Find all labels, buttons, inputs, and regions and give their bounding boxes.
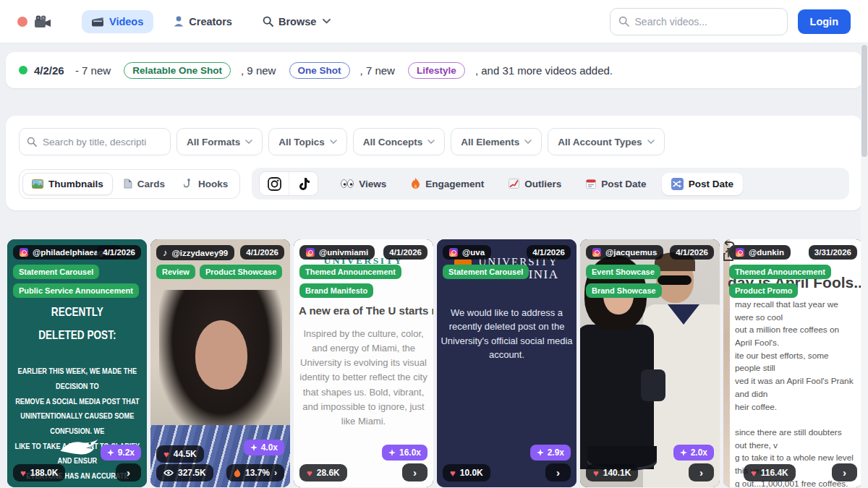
sort-by-post-date-shuffle[interactable]: Post Date bbox=[662, 173, 743, 195]
format-tag[interactable]: Event Showcase bbox=[586, 265, 660, 279]
chevron-down-icon bbox=[427, 140, 435, 144]
fire-icon bbox=[234, 468, 241, 478]
thumbnail-art bbox=[641, 369, 665, 401]
sort-label: Post Date bbox=[601, 179, 646, 189]
logo-dot-icon bbox=[17, 17, 27, 27]
format-tag[interactable]: Brand Showcase bbox=[586, 283, 662, 298]
engagement-badge[interactable]: 13.7% › bbox=[226, 464, 284, 481]
chevron-down-icon bbox=[647, 140, 655, 144]
account-handle-badge[interactable]: @uva bbox=[443, 245, 491, 260]
multiplier-value: 16.0x bbox=[399, 448, 421, 458]
account-handle-badge[interactable]: @univmiami bbox=[299, 245, 375, 260]
nav-tab-browse[interactable]: Browse bbox=[252, 10, 341, 33]
format-tag[interactable]: Public Service Announcement bbox=[13, 283, 139, 298]
vertical-scrollbar[interactable] bbox=[861, 43, 868, 488]
view-mode-label: Cards bbox=[137, 179, 165, 189]
dropdown-label: All Concepts bbox=[363, 137, 423, 147]
format-pill-one-shot[interactable]: One Shot bbox=[289, 62, 350, 79]
video-card[interactable]: ♪ @izzydavey99 4/1/2026 Review Product S… bbox=[150, 239, 290, 487]
account-handle-badge[interactable]: @jacquemus bbox=[586, 245, 663, 260]
video-card[interactable]: ADDRESSING A RECENTLY DELETED POST: EARL… bbox=[7, 239, 147, 487]
format-tag[interactable]: Themed Announcement bbox=[299, 265, 401, 279]
dropdown-all-concepts[interactable]: All Concepts bbox=[353, 128, 446, 155]
sort-by-views[interactable]: Views bbox=[331, 174, 396, 194]
expand-card-button[interactable]: › bbox=[116, 463, 141, 481]
expand-card-button[interactable]: › bbox=[545, 463, 571, 481]
view-mode-hooks[interactable]: Hooks bbox=[175, 173, 237, 195]
post-date-badge: 4/1/2026 bbox=[97, 245, 141, 260]
sort-toolbar: Views Engagement Outliers Post Date bbox=[252, 168, 849, 200]
account-handle: @jacquemus bbox=[605, 248, 657, 257]
likes-badge: ♥ 140.1K bbox=[586, 464, 638, 481]
format-tag[interactable]: Product Promo bbox=[729, 283, 798, 298]
tiktok-filter-button[interactable] bbox=[289, 172, 318, 195]
thumbnail-body-text: may recall that last year we were so coo… bbox=[735, 299, 854, 487]
scrollbar-thumb[interactable] bbox=[861, 45, 867, 157]
post-date-badge: 4/1/2026 bbox=[670, 245, 714, 260]
video-card[interactable]: UNIVERSITY A new era of The U starts now… bbox=[294, 239, 433, 487]
post-date-badge: 3/31/2026 bbox=[809, 245, 857, 260]
new-updates-dot-icon bbox=[19, 66, 27, 74]
video-card[interactable]: day is April Fools... may recall that la… bbox=[723, 239, 863, 487]
heart-icon: ♥ bbox=[163, 450, 169, 459]
dropdown-all-account-types[interactable]: All Account Types bbox=[548, 128, 664, 155]
nav-tab-videos[interactable]: Videos bbox=[82, 10, 153, 33]
eye-icon bbox=[163, 469, 174, 476]
instagram-filter-button[interactable] bbox=[260, 172, 289, 195]
update-text: - 7 new bbox=[72, 64, 114, 77]
account-handle-badge[interactable]: @dunkin bbox=[729, 245, 791, 260]
login-button[interactable]: Login bbox=[798, 9, 851, 34]
shuffle-icon bbox=[671, 178, 684, 190]
format-tag[interactable]: Statement Carousel bbox=[13, 265, 99, 279]
undo-icon[interactable] bbox=[723, 239, 735, 249]
format-pill-relatable-one-shot[interactable]: Relatable One Shot bbox=[124, 62, 231, 79]
dropdown-all-formats[interactable]: All Formats bbox=[176, 128, 263, 155]
video-grid: ADDRESSING A RECENTLY DELETED POST: EARL… bbox=[7, 239, 868, 487]
nav-tab-label: Videos bbox=[109, 16, 143, 27]
app-logo[interactable] bbox=[17, 15, 51, 28]
expand-card-button[interactable]: › bbox=[402, 463, 427, 481]
thumbnail-body-text: Inspired by the culture, color, and ener… bbox=[297, 327, 431, 429]
instagram-icon bbox=[306, 248, 315, 257]
dropdown-all-elements[interactable]: All Elements bbox=[451, 128, 542, 155]
share-icon[interactable] bbox=[723, 249, 735, 261]
heart-icon: ♥ bbox=[307, 468, 312, 478]
format-pill-lifestyle[interactable]: Lifestyle bbox=[408, 62, 465, 79]
video-card[interactable]: @jacquemus 4/1/2026 Event Showcase Brand… bbox=[580, 239, 720, 487]
format-tag[interactable]: Review bbox=[156, 265, 195, 279]
video-card[interactable]: UNIVERSITY of VIRGINIA We would like to … bbox=[437, 239, 576, 487]
search-icon bbox=[27, 137, 37, 147]
thumbnail-art bbox=[195, 320, 247, 390]
expand-card-button[interactable]: › bbox=[832, 463, 857, 481]
dropdown-all-topics[interactable]: All Topics bbox=[268, 128, 347, 155]
expand-card-button[interactable]: › bbox=[689, 463, 714, 481]
sort-by-outliers[interactable]: Outliers bbox=[499, 174, 571, 194]
sort-by-engagement[interactable]: Engagement bbox=[401, 173, 493, 194]
nav-tab-creators[interactable]: Creators bbox=[163, 10, 242, 33]
engagement-value: 13.7% bbox=[245, 468, 270, 478]
format-tag[interactable]: Product Showcase bbox=[200, 265, 282, 279]
multiplier-value: 2.9x bbox=[548, 448, 564, 458]
multiplier-value: 2.0x bbox=[691, 448, 707, 458]
view-mode-cards[interactable]: Cards bbox=[114, 173, 174, 195]
card-quick-actions bbox=[723, 239, 735, 261]
format-tag[interactable]: Brand Manifesto bbox=[299, 283, 373, 298]
account-handle-badge[interactable]: ♪ @izzydavey99 bbox=[156, 245, 234, 260]
instagram-icon bbox=[449, 248, 458, 257]
update-text: , 7 new bbox=[360, 64, 399, 77]
outlier-multiplier-badge: 9.2x bbox=[101, 445, 141, 461]
sort-label: Views bbox=[359, 179, 386, 189]
instagram-icon bbox=[736, 248, 744, 257]
format-tag[interactable]: Statement Carousel bbox=[443, 265, 529, 279]
format-tag[interactable]: Themed Announcement bbox=[729, 265, 831, 279]
view-mode-thumbnails[interactable]: Thumbnails bbox=[22, 173, 113, 195]
heart-icon: ♥ bbox=[20, 468, 26, 478]
chevron-down-icon bbox=[323, 19, 331, 24]
nav-tab-label: Creators bbox=[189, 16, 232, 27]
outlier-multiplier-badge: 4.0x bbox=[244, 440, 284, 455]
tiktok-icon: ♪ bbox=[163, 248, 168, 257]
outlier-multiplier-badge: 2.9x bbox=[530, 445, 571, 461]
sort-by-post-date-calendar[interactable]: Post Date bbox=[576, 174, 655, 194]
search-videos-input[interactable] bbox=[635, 16, 779, 27]
title-search-input[interactable] bbox=[43, 137, 163, 147]
